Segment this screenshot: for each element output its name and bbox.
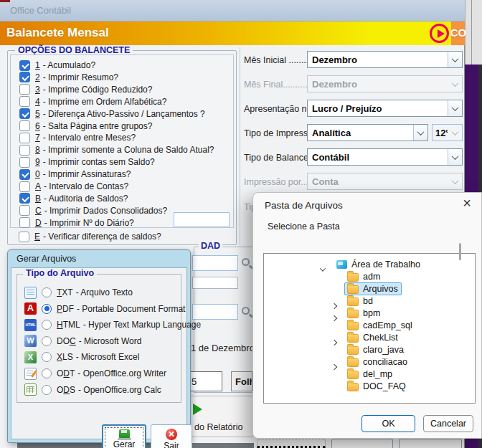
radio[interactable]	[42, 352, 52, 362]
tree-item-DOC_FAQ[interactable]: DOC_FAQ	[264, 380, 475, 392]
window-titlebar[interactable]: Office Contábil	[0, 0, 465, 22]
tree-node[interactable]: del_mp	[344, 368, 396, 381]
tipo-balancete-select[interactable]: Contábil	[307, 148, 463, 166]
checkbox-checked[interactable]	[19, 169, 30, 180]
balancete-option-5[interactable]: 5- Diferença Ativo-Passivo / Lançamentos…	[19, 108, 205, 120]
text-input-fragment[interactable]	[192, 277, 238, 289]
balancete-option-3[interactable]: 3- Imprime Código Reduzido?	[19, 84, 152, 95]
button-label-rest: erar	[120, 439, 135, 448]
tree-item-conciliacao[interactable]: conciliacao	[264, 356, 475, 368]
tree-item-Área de Trabalho[interactable]: Área de Trabalho	[264, 258, 475, 270]
tree-node[interactable]: bpm	[344, 307, 384, 320]
account-input-fragment[interactable]	[192, 255, 238, 271]
balancete-option-2[interactable]: 2- Imprimir Resumo?	[19, 72, 118, 83]
checkbox[interactable]	[19, 232, 29, 242]
clipped-button-fragment[interactable]	[257, 439, 326, 448]
radio[interactable]	[42, 368, 52, 378]
tree-scrollbar[interactable]	[459, 243, 461, 260]
tree-node-selected[interactable]: Arquivos	[344, 282, 402, 295]
balancete-option-9[interactable]: 9- Imprimir contas sem Saldo?	[19, 156, 155, 168]
tree-item-Arquivos[interactable]: Arquivos	[264, 282, 475, 295]
checkbox[interactable]	[19, 120, 30, 131]
relatorio-button-fragment[interactable]: do Relatório	[188, 396, 254, 437]
balancete-option-B[interactable]: B- Auditoria de Saldos?	[19, 193, 128, 204]
tree-item-adm[interactable]: adm	[264, 270, 475, 282]
checkbox-checked[interactable]	[19, 193, 30, 204]
tree-item-claro_java[interactable]: claro_java	[264, 343, 475, 356]
sair-button[interactable]: Sair	[151, 424, 192, 448]
clipped-button-fragment[interactable]	[399, 439, 462, 448]
dropdown-arrow-icon[interactable]	[448, 52, 462, 67]
search-icon[interactable]	[242, 258, 250, 266]
tree-item-ChekList[interactable]: ChekList	[264, 331, 475, 343]
radio[interactable]	[42, 287, 52, 297]
mes-final-select: Dezembro	[307, 75, 463, 92]
tree-item-bd[interactable]: bd	[264, 295, 475, 307]
checkbox[interactable]	[19, 157, 30, 168]
checkbox[interactable]	[19, 96, 30, 107]
tree-item-label: bpm	[363, 308, 380, 318]
mes-final-value: Dezembro	[308, 79, 448, 90]
close-icon[interactable]: ×	[458, 194, 476, 213]
cancel-button[interactable]: Cancelar	[423, 415, 473, 432]
dropdown-arrow-icon[interactable]	[413, 125, 427, 140]
play-icon[interactable]	[430, 24, 449, 43]
clipped-button-fragment[interactable]	[331, 439, 393, 448]
balancete-option-E[interactable]: E- Verificar diferença de saldos?	[19, 231, 161, 242]
dropdown-arrow-icon[interactable]	[448, 149, 462, 165]
tree-item-bpm[interactable]: bpm	[264, 307, 475, 319]
radio[interactable]	[42, 336, 52, 346]
ok-button[interactable]: OK	[362, 415, 415, 432]
tree-node[interactable]: bd	[344, 295, 377, 308]
tree-item-del_mp[interactable]: del_mp	[264, 368, 475, 380]
tipo-impressao-extra-select[interactable]: 12º	[432, 124, 463, 141]
balancete-option-C[interactable]: C- Imprimir Dados Consolidados?	[19, 205, 167, 216]
tree-node[interactable]: Área de Trabalho	[334, 258, 424, 271]
file-type-option-PDF[interactable]: APDF- Portable Document Format	[24, 302, 185, 315]
file-type-option-TXT[interactable]: TXT- Arquivo Texto	[24, 286, 133, 299]
dropdown-arrow-icon[interactable]	[448, 125, 462, 140]
file-type-option-HTML[interactable]: HTMLHTML- Hyper Text Markup Language	[24, 318, 201, 331]
checkbox[interactable]	[19, 181, 30, 192]
file-type-option-ODS[interactable]: ODS- OpenOffice.org Calc	[24, 383, 161, 396]
tree-node[interactable]: ChekList	[344, 331, 402, 344]
radio[interactable]	[42, 320, 52, 330]
search-icon[interactable]	[242, 307, 250, 315]
tree-node[interactable]: claro_java	[344, 343, 407, 356]
tree-node[interactable]: cadEmp_sql	[344, 319, 416, 332]
radio[interactable]	[42, 385, 52, 395]
tree-node[interactable]: adm	[344, 270, 384, 283]
mes-inicial-select[interactable]: Dezembro	[307, 51, 463, 68]
balancete-option-A[interactable]: A- Intervalo de Contas?	[19, 181, 128, 192]
tipo-impressao-select[interactable]: Analítica	[307, 124, 428, 141]
checkbox-checked[interactable]	[19, 108, 30, 119]
radio-selected[interactable]	[42, 304, 52, 314]
file-type-option-ODT[interactable]: ODT- OpenOffice.org Writer	[24, 367, 166, 380]
file-type-option-XLS[interactable]: XXLS- Microsoft Excel	[24, 351, 139, 363]
file-type-label-part: - Portable Document Format	[77, 304, 185, 314]
tree-node[interactable]: conciliacao	[344, 356, 411, 368]
checkbox[interactable]	[19, 145, 30, 156]
balancete-option-0[interactable]: 0- Imprimir Assinaturas?	[19, 168, 131, 180]
diario-number-input[interactable]	[174, 212, 230, 227]
balancete-option-1[interactable]: 1- Acumulado?	[19, 59, 95, 71]
checkbox-checked[interactable]	[19, 72, 30, 82]
checkbox[interactable]	[19, 217, 30, 228]
balancete-option-6[interactable]: 6- Salta Página entre grupos?	[19, 120, 152, 132]
apresentacao-select[interactable]: Lucro / Prejuízo	[307, 100, 463, 117]
dropdown-arrow-icon[interactable]	[448, 100, 462, 116]
account-input-fragment-2[interactable]	[192, 304, 238, 320]
tree-item-cadEmp_sql[interactable]: cadEmp_sql	[264, 319, 475, 331]
balancete-option-D[interactable]: D- Imprimir Nº do Diário?	[19, 217, 134, 229]
tree-node[interactable]: DOC_FAQ	[344, 380, 410, 393]
file-type-option-DOC[interactable]: WDOC- Microsoft Word	[24, 335, 141, 348]
balancete-option-8[interactable]: 8- Imprimir somente a Coluna de Saldo At…	[19, 144, 214, 156]
folha-button-fragment[interactable]: Folh	[231, 371, 252, 391]
checkbox[interactable]	[19, 133, 30, 143]
checkbox[interactable]	[19, 205, 30, 216]
checkbox[interactable]	[19, 84, 30, 95]
gerar-button[interactable]: Gerar	[102, 424, 146, 448]
balancete-option-7[interactable]: 7- Intervalo entre Meses?	[19, 132, 136, 143]
balancete-option-4[interactable]: 4- Imprime em Ordem Alfabética?	[19, 96, 166, 108]
checkbox-checked[interactable]	[19, 60, 30, 71]
